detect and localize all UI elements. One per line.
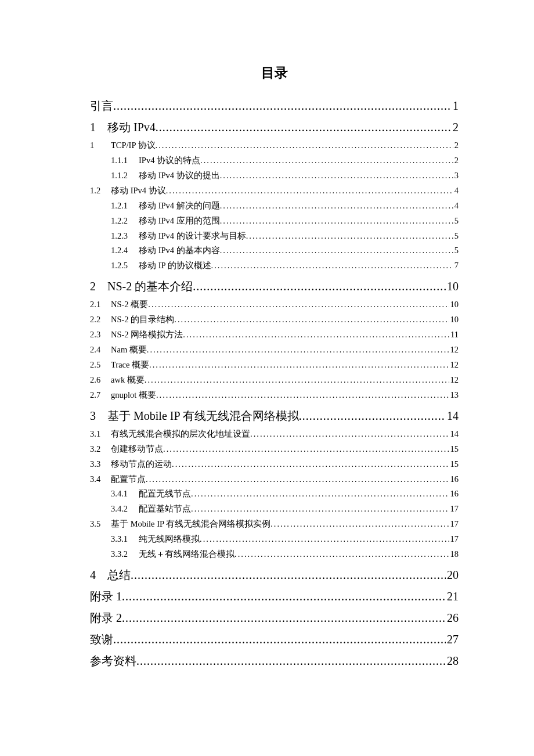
toc-leader-dots: ........................................…	[191, 487, 449, 501]
toc-entry-page: 14	[449, 427, 459, 441]
toc-entry-page: 27	[446, 633, 459, 646]
toc-entry-label: 配置无线节点	[139, 487, 191, 501]
toc-entry: 1.2.2移动 IPv4 应用的范围......................…	[90, 214, 459, 228]
toc-entry-page: 4	[453, 184, 459, 198]
toc-entry-page: 21	[446, 590, 459, 603]
toc-entry: 1.2.5移动 IP 的协议概述........................…	[90, 259, 459, 273]
toc-entry: 3.3移动节点的运动..............................…	[90, 458, 459, 471]
toc-entry-page: 3	[453, 169, 459, 183]
toc-entry-number: 1.1.1	[111, 154, 139, 168]
toc-leader-dots: ........................................…	[122, 611, 446, 625]
toc-entry-label: 移动 IPv4 应用的范围	[139, 214, 220, 228]
toc-entry-label: 无线＋有线网络混合模拟	[139, 548, 234, 561]
toc-leader-dots: ........................................…	[156, 388, 449, 402]
toc-entry-number: 3.4	[90, 473, 111, 487]
toc-entry-label: Trace 概要	[111, 358, 149, 372]
toc-entry-label: NS-2 的基本介绍	[107, 279, 193, 294]
toc-entry: 引言 .....................................…	[90, 98, 459, 114]
toc-entry-page: 11	[449, 328, 459, 342]
toc-entry-number: 3.1	[90, 427, 111, 441]
toc-entry-number: 3.3.2	[111, 548, 139, 561]
toc-entry-label: 附录 1	[90, 589, 122, 604]
toc-body: 引言 .....................................…	[90, 98, 459, 669]
toc-entry-number: 1.2.5	[111, 259, 139, 273]
toc-leader-dots: ........................................…	[149, 358, 449, 372]
toc-leader-dots: ........................................…	[174, 313, 449, 327]
toc-entry-page: 16	[449, 487, 459, 501]
toc-entry: 4总结 ....................................…	[90, 567, 459, 583]
toc-entry-page: 15	[449, 442, 459, 456]
toc-entry-label: 基于 Mobile IP 有线无线混合网络模拟实例	[111, 517, 270, 531]
toc-leader-dots: ........................................…	[122, 590, 446, 603]
toc-entry-page: 12	[449, 343, 459, 357]
toc-entry-number: 2.6	[90, 373, 111, 387]
toc-leader-dots: ........................................…	[148, 298, 449, 312]
toc-entry: 1.1.1IPv4 协议的特点.........................…	[90, 154, 459, 168]
toc-entry-label: 配置节点	[111, 473, 146, 487]
toc-entry-number: 3.3.1	[111, 532, 139, 546]
toc-leader-dots: ........................................…	[145, 373, 449, 387]
toc-entry-number: 1.2	[90, 184, 111, 198]
toc-entry-label: NS-2 网络模拟方法	[111, 328, 183, 342]
toc-leader-dots: ........................................…	[113, 99, 452, 113]
toc-leader-dots: ........................................…	[172, 458, 449, 471]
toc-entry: 2.4Nam 概要...............................…	[90, 343, 459, 357]
toc-entry-page: 17	[449, 532, 459, 546]
toc-entry-label: gnuplot 概要	[111, 388, 156, 402]
toc-entry-number: 1	[90, 121, 107, 134]
toc-entry: 2.5Trace 概要.............................…	[90, 358, 459, 372]
toc-entry-label: 移动 IPv4 解决的问题	[139, 199, 220, 213]
toc-leader-dots: ........................................…	[191, 502, 449, 516]
toc-leader-dots: ........................................…	[200, 532, 449, 546]
toc-entry: 3.3.1纯无线网络模拟............................…	[90, 532, 459, 546]
toc-entry-page: 5	[453, 244, 459, 258]
toc-entry-number: 2.3	[90, 328, 111, 342]
toc-entry: 致谢 .....................................…	[90, 632, 459, 647]
toc-entry-number: 1.2.3	[111, 229, 139, 243]
toc-entry-label: NS-2 的目录结构	[111, 313, 174, 327]
toc-entry-label: 附录 2	[90, 610, 122, 626]
toc-entry: 3.3.2无线＋有线网络混合模拟........................…	[90, 548, 459, 561]
toc-entry-page: 2	[453, 154, 459, 168]
toc-entry-page: 28	[446, 654, 459, 668]
toc-entry: 1.2移动 IPv4 协议...........................…	[90, 184, 459, 198]
toc-entry-number: 3.5	[90, 517, 111, 531]
toc-entry-page: 17	[449, 517, 459, 531]
toc-entry-label: 移动节点的运动	[111, 458, 172, 471]
toc-entry-number: 3.3	[90, 458, 111, 471]
toc-entry-label: IPv4 协议的特点	[139, 154, 200, 168]
toc-title: 目录	[90, 64, 459, 82]
toc-entry: 2.1NS-2 概要..............................…	[90, 298, 459, 312]
toc-entry-label: 移动 IPv4 的基本内容	[139, 244, 220, 258]
toc-entry-label: Nam 概要	[111, 343, 147, 357]
toc-entry-number: 2.1	[90, 298, 111, 312]
document-page: 目录 引言 ..................................…	[0, 0, 534, 756]
toc-entry-number: 2.4	[90, 343, 111, 357]
toc-entry: 1移动 IPv4 ...............................…	[90, 120, 459, 135]
toc-entry: 3.1有线无线混合模拟的层次化地址设置.....................…	[90, 427, 459, 441]
toc-leader-dots: ........................................…	[246, 229, 453, 243]
toc-entry: 2.6awk 概要...............................…	[90, 373, 459, 387]
toc-leader-dots: ........................................…	[156, 139, 453, 153]
toc-entry-label: 引言	[90, 98, 113, 114]
toc-leader-dots: ........................................…	[131, 568, 446, 582]
toc-entry: 2.2NS-2 的目录结构...........................…	[90, 313, 459, 327]
toc-entry-number: 2	[90, 280, 107, 293]
toc-entry-label: 参考资料	[90, 653, 136, 669]
toc-entry: 3.4配置节点.................................…	[90, 473, 459, 487]
toc-leader-dots: ........................................…	[220, 169, 453, 183]
toc-entry-page: 12	[449, 373, 459, 387]
toc-entry-page: 16	[449, 473, 459, 487]
toc-entry-page: 10	[446, 280, 459, 293]
toc-entry: 2.3NS-2 网络模拟方法..........................…	[90, 328, 459, 342]
toc-entry-label: 移动 IPv4 的设计要求与目标	[139, 229, 246, 243]
toc-entry-number: 4	[90, 568, 107, 582]
toc-entry-page: 1	[452, 99, 459, 113]
toc-entry-label: 移动 IPv4	[107, 120, 156, 135]
toc-entry-number: 3.4.1	[111, 487, 139, 501]
toc-entry-label: 移动 IP 的协议概述	[139, 259, 211, 273]
toc-entry-number: 2.7	[90, 388, 111, 402]
toc-entry: 1.2.3移动 IPv4 的设计要求与目标...................…	[90, 229, 459, 243]
toc-leader-dots: ........................................…	[183, 328, 449, 342]
toc-leader-dots: ........................................…	[163, 442, 449, 456]
